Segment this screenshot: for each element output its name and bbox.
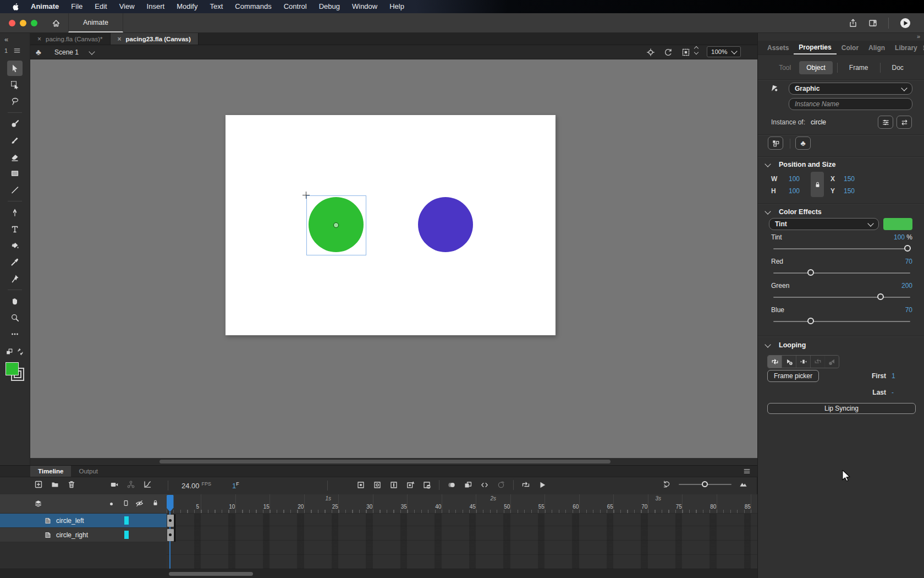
line-tool[interactable] — [7, 182, 23, 198]
share-icon[interactable] — [849, 19, 857, 28]
insert-frame-icon[interactable] — [34, 480, 43, 489]
custom-ease-icon[interactable] — [497, 481, 505, 489]
graph-editor-icon[interactable] — [143, 480, 152, 489]
loop-button[interactable] — [768, 356, 782, 368]
close-window-button[interactable] — [9, 20, 15, 26]
remove-frames-icon[interactable] — [422, 481, 431, 489]
swap-colors-icon[interactable] — [6, 348, 13, 356]
panel-tab-align[interactable]: Align — [864, 41, 890, 54]
panel-tab-assets[interactable]: Assets — [762, 41, 794, 54]
single-frame-button[interactable] — [796, 356, 811, 368]
keyframe-frame-1[interactable] — [167, 529, 174, 541]
menu-modify[interactable]: Modify — [170, 0, 204, 13]
last-value[interactable]: - — [892, 389, 894, 396]
fill-color-swatch[interactable] — [6, 362, 19, 375]
mode-tab-tool[interactable]: Tool — [772, 61, 798, 74]
menu-text[interactable]: Text — [204, 0, 229, 13]
home-tab-animate[interactable]: Animate — [68, 13, 123, 32]
stage[interactable] — [226, 115, 556, 335]
rotate-canvas-icon[interactable] — [664, 48, 673, 57]
collapse-chevron-icon[interactable] — [765, 341, 771, 347]
reset-colors-icon[interactable] — [16, 348, 24, 356]
layer-color-swatch[interactable] — [124, 531, 129, 539]
layer-row-circle_left[interactable]: circle_left — [0, 514, 167, 528]
insert-frames-icon[interactable] — [389, 481, 398, 489]
looping-header[interactable]: Looping — [766, 341, 806, 349]
slider-value[interactable]: 200 — [901, 282, 912, 290]
canvas-scrollbar-thumb[interactable] — [160, 460, 610, 464]
panel-expand-icon[interactable]: » — [758, 33, 924, 41]
canvas-scrollbar[interactable] — [30, 458, 757, 465]
mode-tab-doc[interactable]: Doc — [885, 61, 911, 74]
text-tool[interactable] — [7, 221, 23, 237]
clip-content-icon[interactable] — [681, 48, 690, 57]
play-once-reverse-button[interactable] — [825, 356, 839, 368]
slider-track[interactable] — [773, 248, 910, 249]
keyframe-icon[interactable] — [356, 481, 365, 489]
w-value[interactable]: 100 — [789, 175, 800, 183]
keyframe-frame-1[interactable] — [167, 515, 174, 527]
fps-value[interactable]: 24.00 — [182, 482, 200, 490]
center-stage-icon[interactable] — [646, 48, 655, 57]
asset-warp-tool[interactable] — [7, 271, 23, 286]
onion-skin-icon[interactable] — [447, 481, 456, 489]
y-value[interactable]: 150 — [844, 187, 855, 195]
menu-help[interactable]: Help — [383, 0, 410, 13]
timeline-tab-output[interactable]: Output — [71, 466, 106, 477]
frames-grid[interactable] — [167, 514, 757, 569]
menu-animate[interactable]: Animate — [25, 0, 65, 13]
menu-window[interactable]: Window — [346, 0, 383, 13]
convert-to-symbol-button[interactable]: ♣ — [795, 137, 811, 150]
menu-commands[interactable]: Commands — [229, 0, 277, 13]
menu-debug[interactable]: Debug — [313, 0, 346, 13]
panel-tab-color[interactable]: Color — [837, 41, 864, 54]
slider-track[interactable] — [773, 272, 910, 274]
lock-layers-icon[interactable] — [152, 499, 159, 506]
timeline-tab-timeline[interactable]: Timeline — [30, 466, 71, 477]
camera-icon[interactable] — [110, 480, 119, 489]
instance-name-input[interactable] — [789, 98, 912, 110]
zoom-stepper[interactable] — [695, 47, 698, 54]
blank-keyframe-icon[interactable] — [373, 481, 382, 489]
slider-value[interactable]: 70 — [905, 306, 912, 314]
edit-filters-button[interactable] — [878, 116, 893, 129]
onion-skin-range-icon[interactable] — [480, 481, 489, 489]
doc-tab-pacing23.fla[interactable]: ×pacing23.fla (Canvas) — [111, 33, 199, 45]
minimize-window-button[interactable] — [20, 20, 26, 26]
scene-name[interactable]: Scene 1 — [54, 48, 79, 56]
layer-parenting-icon[interactable] — [127, 480, 135, 489]
collapse-chevron-icon[interactable] — [765, 161, 771, 167]
lock-aspect-button[interactable] — [811, 172, 824, 197]
zoom-down-icon[interactable] — [694, 50, 698, 54]
mode-tab-frame[interactable]: Frame — [842, 61, 876, 74]
panel-tab-properties[interactable]: Properties — [794, 41, 836, 54]
frame-view-icon[interactable] — [739, 480, 747, 488]
edit-multiple-frames-icon[interactable] — [464, 481, 472, 489]
menu-insert[interactable]: Insert — [141, 0, 171, 13]
eraser-tool[interactable] — [7, 149, 23, 165]
collapse-chevron-icon[interactable] — [765, 208, 771, 214]
lip-syncing-button[interactable]: Lip Syncing — [767, 403, 916, 414]
timeline-zoom-slider[interactable] — [679, 484, 732, 485]
symbol-type-dropdown[interactable]: Graphic — [789, 83, 912, 95]
slider-track[interactable] — [773, 321, 910, 322]
auto-keyframe-icon[interactable] — [406, 481, 415, 489]
test-movie-button[interactable] — [900, 18, 911, 29]
panels-layout-icon[interactable] — [868, 19, 877, 28]
slider-handle[interactable] — [807, 269, 814, 276]
slider-value[interactable]: 100 — [894, 233, 905, 241]
menu-control[interactable]: Control — [278, 0, 313, 13]
classic-brush-tool[interactable] — [7, 133, 23, 148]
slider-handle[interactable] — [904, 245, 911, 252]
timeline-zoom-handle[interactable] — [702, 481, 708, 487]
apple-menu-icon[interactable] — [7, 3, 25, 11]
layer-name[interactable]: circle_right — [56, 531, 88, 539]
swap-symbol-button[interactable] — [897, 116, 912, 129]
fill-color-swatch[interactable] — [6, 362, 24, 381]
close-tab-icon[interactable]: × — [118, 35, 122, 43]
outline-view-icon[interactable] — [122, 499, 130, 507]
x-value[interactable]: 150 — [844, 175, 855, 183]
free-transform-tool[interactable] — [7, 77, 23, 92]
fps-indicator[interactable]: 24.00FPS1F — [182, 481, 239, 490]
collapse-panel-icon[interactable]: « — [4, 35, 25, 43]
